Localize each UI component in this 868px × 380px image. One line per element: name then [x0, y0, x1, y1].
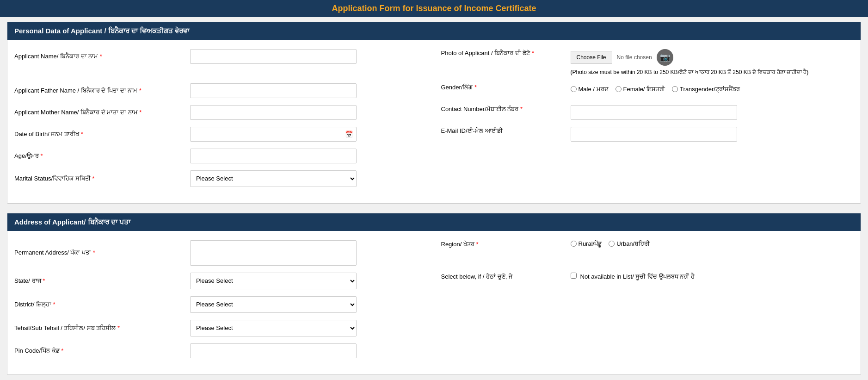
personal-section-header: Personal Data of Applicant / ਬਿਨੈਕਾਰ ਦਾ …: [7, 22, 861, 40]
district-select[interactable]: Please Select: [190, 296, 357, 313]
not-available-label: Not available in List/ ਸੂਚੀ ਵਿੱਚ ਉਪਲਬਧ ਨ…: [580, 273, 695, 281]
form-container: Personal Data of Applicant / ਬਿਨੈਕਾਰ ਦਾ …: [0, 17, 868, 380]
pincode-input[interactable]: [190, 343, 357, 358]
region-label: Region/ ਖੇਤਰ *: [441, 240, 571, 249]
tehsil-row: Tehsil/Sub Tehsil / ਤਹਿਸੀਲ/ ਸਬ ਤਹਿਸੀਲ * …: [14, 320, 854, 336]
tehsil-group: Tehsil/Sub Tehsil / ਤਹਿਸੀਲ/ ਸਬ ਤਹਿਸੀਲ * …: [14, 320, 854, 336]
applicant-name-group: Applicant Name/ ਬਿਨੈਕਾਰ ਦਾ ਨਾਮ *: [14, 49, 427, 64]
region-content: Rural/ਪੇਂਡੂ Urban/ਸ਼ਹਿਰੀ: [571, 240, 854, 248]
district-row: District/ ਜ਼ਿਲ੍ਹਾ * Please Select: [14, 296, 854, 313]
email-input[interactable]: [571, 127, 737, 142]
photo-label: Photo of Applicant / ਬਿਨੈਕਾਰ ਦੀ ਫੋਟੋ *: [441, 49, 571, 57]
age-input[interactable]: [190, 149, 357, 163]
state-label: State/ ਰਾਜ *: [14, 277, 190, 285]
select-below-label: Select below, if / ਹੇਠਾਂ ਚੁਣੋ, ਜੇ: [441, 273, 571, 281]
dob-group: Date of Birth/ ਜਨਮ ਤਾਰੀਖ * 📅: [14, 127, 427, 142]
email-group: E-Mail ID/ਈ-ਮੇਲ ਆਈਡੀ: [441, 127, 854, 142]
personal-section: Personal Data of Applicant / ਬਿਨੈਕਾਰ ਦਾ …: [7, 22, 861, 204]
district-group: District/ ਜ਼ਿਲ੍ਹਾ * Please Select: [14, 296, 854, 313]
region-rural-option[interactable]: Rural/ਪੇਂਡੂ: [571, 240, 602, 248]
not-available-content: Not available in List/ ਸੂਚੀ ਵਿੱਚ ਉਪਲਬਧ ਨ…: [571, 273, 854, 281]
gender-female-option[interactable]: Female/ ਇਸਤਰੀ: [616, 86, 665, 93]
top-header: Application Form for Issuance of Income …: [0, 0, 868, 17]
dob-wrapper: 📅: [190, 127, 357, 142]
contact-content: [571, 105, 854, 120]
photo-note: (Photo size must be within 20 KB to 250 …: [571, 69, 848, 76]
gender-content: Male / ਮਰਦ Female/ ਇਸਤਰੀ Transgender/ਟ੍ਰ…: [571, 83, 854, 93]
father-name-input[interactable]: [190, 83, 357, 98]
gender-group: Gender/ਲਿੰਗ * Male / ਮਰਦ: [441, 83, 854, 93]
marital-status-select[interactable]: Please Select: [190, 170, 357, 187]
personal-section-body: Applicant Name/ ਬਿਨੈਕਾਰ ਦਾ ਨਾਮ * Photo o…: [7, 40, 861, 203]
region-rural-radio[interactable]: [571, 241, 577, 247]
contact-label: Contact Number/ਮੋਬਾਈਲ ਨੰਬਰ *: [441, 105, 571, 113]
age-group: Age/ਉਮਰ *: [14, 149, 854, 163]
mother-name-group: Applicant Mother Name/ ਬਿਨੈਕਾਰ ਦੇ ਮਾਤਾ ਦ…: [14, 105, 427, 120]
dob-input[interactable]: [190, 127, 357, 142]
pincode-label: Pin Code/ਪਿੱਨ ਕੋਡ *: [14, 347, 190, 355]
region-urban-option[interactable]: Urban/ਸ਼ਹਿਰੀ: [609, 240, 650, 248]
photo-content: Choose File No file chosen 📷 (Photo size…: [571, 49, 854, 76]
region-options: Rural/ਪੇਂਡੂ Urban/ਸ਼ਹਿਰੀ: [571, 240, 854, 248]
permanent-address-input[interactable]: [190, 240, 357, 266]
gender-transgender-option[interactable]: Transgender/ਟ੍ਰਾਂਸਜੈਂਡਰ: [672, 86, 740, 93]
contact-input[interactable]: [571, 105, 737, 120]
address-section-header: Address of Applicant/ ਬਿਨੈਕਾਰ ਦਾ ਪਤਾ: [7, 213, 861, 231]
gender-options: Male / ਮਰਦ Female/ ਇਸਤਰੀ Transgender/ਟ੍ਰ…: [571, 86, 854, 93]
applicant-name-input[interactable]: [190, 49, 357, 64]
applicant-name-label: Applicant Name/ ਬਿਨੈਕਾਰ ਦਾ ਨਾਮ *: [14, 52, 190, 61]
email-label: E-Mail ID/ਈ-ਮੇਲ ਆਈਡੀ: [441, 127, 571, 135]
not-available-wrapper: Not available in List/ ਸੂਚੀ ਵਿੱਚ ਉਪਲਬਧ ਨ…: [571, 273, 709, 281]
gender-transgender-radio[interactable]: [672, 86, 678, 92]
contact-group: Contact Number/ਮੋਬਾਈਲ ਨੰਬਰ *: [441, 105, 854, 120]
tehsil-select[interactable]: Please Select: [190, 320, 357, 336]
not-available-checkbox[interactable]: [571, 273, 577, 279]
marital-status-row: Marital Status/ਵਿਵਾਹਿਕ ਸਥਿਤੀ * Please Se…: [14, 170, 854, 187]
address-section: Address of Applicant/ ਬਿਨੈਕਾਰ ਦਾ ਪਤਾ Per…: [7, 213, 861, 375]
address-region-row: Permanent Address/ ਪੱਕਾ ਪਤਾ * Region/ ਖੇ…: [14, 240, 854, 266]
district-label: District/ ਜ਼ਿਲ੍ਹਾ *: [14, 300, 190, 309]
gender-female-radio[interactable]: [616, 86, 622, 92]
page-title: Application Form for Issuance of Income …: [332, 4, 536, 13]
dob-label: Date of Birth/ ਜਨਮ ਤਾਰੀਖ *: [14, 130, 190, 138]
state-row: State/ ਰਾਜ * Please Select Select below,…: [14, 273, 854, 289]
state-group: State/ ਰਾਜ * Please Select: [14, 273, 427, 289]
marital-status-group: Marital Status/ਵਿਵਾਹਿਕ ਸਥਿਤੀ * Please Se…: [14, 170, 854, 187]
pincode-group: Pin Code/ਪਿੱਨ ਕੋਡ *: [14, 343, 854, 358]
photo-group: Photo of Applicant / ਬਿਨੈਕਾਰ ਦੀ ਫੋਟੋ * C…: [441, 49, 854, 76]
gender-male-option[interactable]: Male / ਮਰਦ: [571, 86, 609, 93]
page-wrapper: Application Form for Issuance of Income …: [0, 0, 868, 380]
father-name-row: Applicant Father Name / ਬਿਨੈਕਾਰ ਦੇ ਪਿਤਾ …: [14, 83, 854, 98]
region-urban-radio[interactable]: [609, 241, 615, 247]
email-content: [571, 127, 854, 142]
applicant-name-row: Applicant Name/ ਬਿਨੈਕਾਰ ਦਾ ਨਾਮ * Photo o…: [14, 49, 854, 76]
photo-upload: Choose File No file chosen 📷: [571, 49, 854, 66]
mother-name-label: Applicant Mother Name/ ਬਿਨੈਕਾਰ ਦੇ ਮਾਤਾ ਦ…: [14, 108, 190, 117]
mother-name-input[interactable]: [190, 105, 357, 120]
state-select[interactable]: Please Select: [190, 273, 357, 289]
address-section-body: Permanent Address/ ਪੱਕਾ ਪਤਾ * Region/ ਖੇ…: [7, 231, 861, 374]
age-label: Age/ਉਮਰ *: [14, 152, 190, 160]
select-below-group: Select below, if / ਹੇਠਾਂ ਚੁਣੋ, ਜੇ Not av…: [441, 273, 854, 281]
mother-name-row: Applicant Mother Name/ ਬਿਨੈਕਾਰ ਦੇ ਮਾਤਾ ਦ…: [14, 105, 854, 120]
camera-icon[interactable]: 📷: [657, 49, 673, 66]
choose-file-button[interactable]: Choose File: [571, 51, 612, 64]
permanent-address-label: Permanent Address/ ਪੱਕਾ ਪਤਾ *: [14, 249, 190, 257]
father-name-group: Applicant Father Name / ਬਿਨੈਕਾਰ ਦੇ ਪਿਤਾ …: [14, 83, 427, 98]
permanent-address-group: Permanent Address/ ਪੱਕਾ ਪਤਾ *: [14, 240, 427, 266]
marital-status-label: Marital Status/ਵਿਵਾਹਿਕ ਸਥਿਤੀ *: [14, 174, 190, 183]
gender-label: Gender/ਲਿੰਗ *: [441, 83, 571, 92]
dob-row: Date of Birth/ ਜਨਮ ਤਾਰੀਖ * 📅 E-Mail ID/ਈ…: [14, 127, 854, 142]
tehsil-label: Tehsil/Sub Tehsil / ਤਹਿਸੀਲ/ ਸਬ ਤਹਿਸੀਲ *: [14, 324, 190, 332]
father-name-label: Applicant Father Name / ਬਿਨੈਕਾਰ ਦੇ ਪਿਤਾ …: [14, 87, 190, 95]
region-group: Region/ ਖੇਤਰ * Rural/ਪੇਂਡੂ: [441, 240, 854, 249]
no-file-text: No file chosen: [617, 54, 652, 61]
gender-male-radio[interactable]: [571, 86, 577, 92]
pincode-row: Pin Code/ਪਿੱਨ ਕੋਡ *: [14, 343, 854, 358]
age-row: Age/ਉਮਰ *: [14, 149, 854, 163]
